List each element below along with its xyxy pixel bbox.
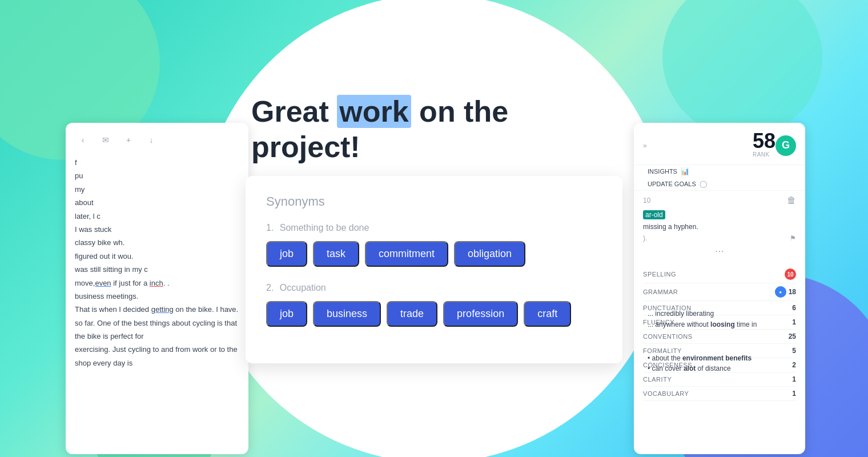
synonym-card: Synonyms 1. Something to be done job tas… — [246, 176, 622, 363]
section-2-title: 2. Occupation — [266, 283, 602, 293]
page-title: Great work on the project! — [251, 94, 617, 165]
section-2-chips: job business trade profession craft — [266, 301, 602, 327]
chip-trade[interactable]: trade — [387, 301, 437, 327]
chip-job-1[interactable]: job — [266, 241, 307, 267]
title-prefix: Great — [251, 95, 337, 128]
main-content-wrapper: Great work on the project! Synonyms 1. S… — [0, 0, 868, 457]
synonym-section-1: 1. Something to be done job task commitm… — [266, 223, 602, 267]
chip-craft[interactable]: craft — [524, 301, 571, 327]
chip-profession[interactable]: profession — [443, 301, 518, 327]
section-1-number: 1. — [266, 223, 274, 232]
chip-job-2[interactable]: job — [266, 301, 307, 327]
section-1-label: Something to be done — [280, 223, 369, 232]
chip-task[interactable]: task — [313, 241, 359, 267]
synonyms-title: Synonyms — [266, 194, 602, 209]
chip-business[interactable]: business — [313, 301, 381, 327]
section-2-label: Occupation — [280, 283, 326, 292]
chip-commitment[interactable]: commitment — [365, 241, 448, 267]
section-1-chips: job task commitment obligation — [266, 241, 602, 267]
section-2-number: 2. — [266, 283, 274, 292]
main-content: Great work on the project! Synonyms 1. S… — [200, 94, 668, 364]
synonym-section-2: 2. Occupation job business trade profess… — [266, 283, 602, 327]
title-highlighted-word: work — [337, 95, 411, 128]
section-1-title: 1. Something to be done — [266, 223, 602, 233]
chip-obligation[interactable]: obligation — [454, 241, 525, 267]
